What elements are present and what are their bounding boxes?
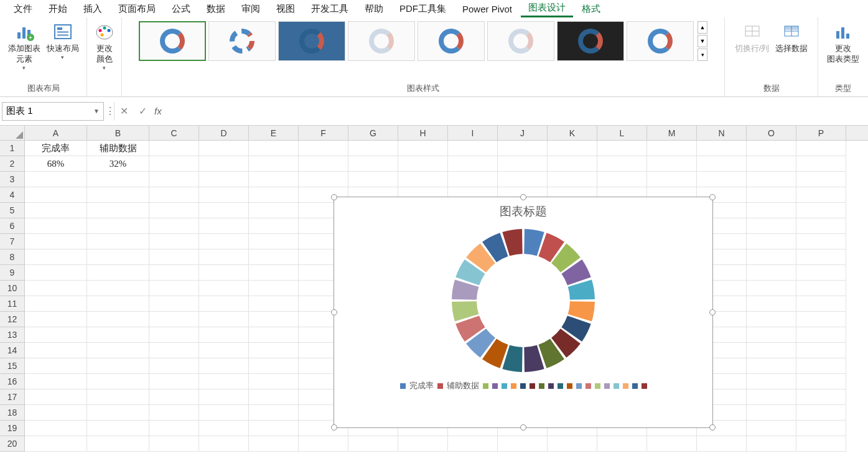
cancel-formula-button[interactable]: ✕ <box>114 102 133 121</box>
ribbon-tab-6[interactable]: 审阅 <box>234 1 268 17</box>
cell-D14[interactable] <box>199 343 249 358</box>
cell-P10[interactable] <box>796 281 846 296</box>
row-header-18[interactable]: 18 <box>0 405 25 421</box>
cell-A5[interactable] <box>25 203 87 218</box>
col-header-I[interactable]: I <box>448 126 498 140</box>
cell-O7[interactable] <box>747 234 796 249</box>
cell-O9[interactable] <box>747 265 796 281</box>
cell-F2[interactable] <box>299 156 348 172</box>
cell-E5[interactable] <box>249 203 299 218</box>
cell-H20[interactable] <box>398 436 448 452</box>
cell-M2[interactable] <box>647 156 697 172</box>
cell-G1[interactable] <box>348 141 398 156</box>
row-header-12[interactable]: 12 <box>0 312 25 327</box>
cell-O13[interactable] <box>747 327 796 343</box>
cell-B15[interactable] <box>87 358 149 374</box>
embedded-chart[interactable]: 图表标题 完成率辅助数据 <box>334 197 713 428</box>
ribbon-tab-8[interactable]: 开发工具 <box>304 1 356 17</box>
cell-H1[interactable] <box>398 141 448 156</box>
cell-K3[interactable] <box>548 172 597 187</box>
col-header-G[interactable]: G <box>348 126 398 140</box>
chart-legend[interactable]: 完成率辅助数据 <box>334 378 712 398</box>
cell-B14[interactable] <box>87 343 149 358</box>
cell-O18[interactable] <box>747 405 796 421</box>
col-header-M[interactable]: M <box>647 126 697 140</box>
cell-H2[interactable] <box>398 156 448 172</box>
row-header-13[interactable]: 13 <box>0 327 25 343</box>
chart-style-5[interactable] <box>418 21 485 61</box>
cell-B8[interactable] <box>87 249 149 265</box>
cell-B1[interactable]: 辅助数据 <box>87 141 149 156</box>
cell-L2[interactable] <box>597 156 647 172</box>
cell-C15[interactable] <box>149 358 199 374</box>
cell-E19[interactable] <box>249 421 299 436</box>
cell-O11[interactable] <box>747 296 796 312</box>
col-header-D[interactable]: D <box>199 126 249 140</box>
cell-A13[interactable] <box>25 327 87 343</box>
col-header-O[interactable]: O <box>747 126 796 140</box>
cell-D3[interactable] <box>199 172 249 187</box>
cell-O1[interactable] <box>747 141 796 156</box>
cell-B20[interactable] <box>87 436 149 452</box>
cell-D7[interactable] <box>199 234 249 249</box>
cell-J2[interactable] <box>498 156 548 172</box>
col-header-B[interactable]: B <box>87 126 149 140</box>
cell-C20[interactable] <box>149 436 199 452</box>
cell-D16[interactable] <box>199 374 249 389</box>
cell-D20[interactable] <box>199 436 249 452</box>
cell-O20[interactable] <box>747 436 796 452</box>
cell-D12[interactable] <box>199 312 249 327</box>
row-header-16[interactable]: 16 <box>0 374 25 389</box>
cell-O3[interactable] <box>747 172 796 187</box>
cell-E11[interactable] <box>249 296 299 312</box>
cell-A19[interactable] <box>25 421 87 436</box>
fx-icon[interactable]: fx <box>152 106 170 116</box>
change-colors-button[interactable]: 更改 颜色 ▾ <box>91 20 118 73</box>
cell-O2[interactable] <box>747 156 796 172</box>
chart-style-1[interactable] <box>139 21 206 61</box>
cell-K1[interactable] <box>548 141 597 156</box>
cell-C3[interactable] <box>149 172 199 187</box>
cell-P11[interactable] <box>796 296 846 312</box>
cell-I1[interactable] <box>448 141 498 156</box>
cell-O4[interactable] <box>747 187 796 203</box>
cell-K2[interactable] <box>548 156 597 172</box>
cell-C4[interactable] <box>149 187 199 203</box>
cell-O5[interactable] <box>747 203 796 218</box>
cell-E1[interactable] <box>249 141 299 156</box>
cell-A16[interactable] <box>25 374 87 389</box>
cell-P6[interactable] <box>796 218 846 234</box>
cell-L1[interactable] <box>597 141 647 156</box>
cell-B7[interactable] <box>87 234 149 249</box>
cell-C6[interactable] <box>149 218 199 234</box>
ribbon-tab-12[interactable]: 图表设计 <box>521 0 573 17</box>
col-header-E[interactable]: E <box>249 126 299 140</box>
cell-B6[interactable] <box>87 218 149 234</box>
cell-E20[interactable] <box>249 436 299 452</box>
cell-D17[interactable] <box>199 389 249 405</box>
row-header-1[interactable]: 1 <box>0 141 25 156</box>
ribbon-tab-1[interactable]: 开始 <box>41 1 75 17</box>
cell-C13[interactable] <box>149 327 199 343</box>
resize-handle-b[interactable] <box>520 424 526 431</box>
cell-E3[interactable] <box>249 172 299 187</box>
cell-A8[interactable] <box>25 249 87 265</box>
cell-F20[interactable] <box>299 436 348 452</box>
resize-handle-br[interactable] <box>709 424 716 431</box>
cell-P8[interactable] <box>796 249 846 265</box>
cell-P15[interactable] <box>796 358 846 374</box>
cell-O12[interactable] <box>747 312 796 327</box>
col-header-J[interactable]: J <box>498 126 548 140</box>
cell-D11[interactable] <box>199 296 249 312</box>
chart-title[interactable]: 图表标题 <box>334 197 712 220</box>
cell-P16[interactable] <box>796 374 846 389</box>
cell-O10[interactable] <box>747 281 796 296</box>
resize-handle-tl[interactable] <box>331 194 337 200</box>
cell-E6[interactable] <box>249 218 299 234</box>
cell-F1[interactable] <box>299 141 348 156</box>
cell-E14[interactable] <box>249 343 299 358</box>
cell-A2[interactable]: 68% <box>25 156 87 172</box>
cell-D4[interactable] <box>199 187 249 203</box>
cell-P3[interactable] <box>796 172 846 187</box>
cell-B18[interactable] <box>87 405 149 421</box>
